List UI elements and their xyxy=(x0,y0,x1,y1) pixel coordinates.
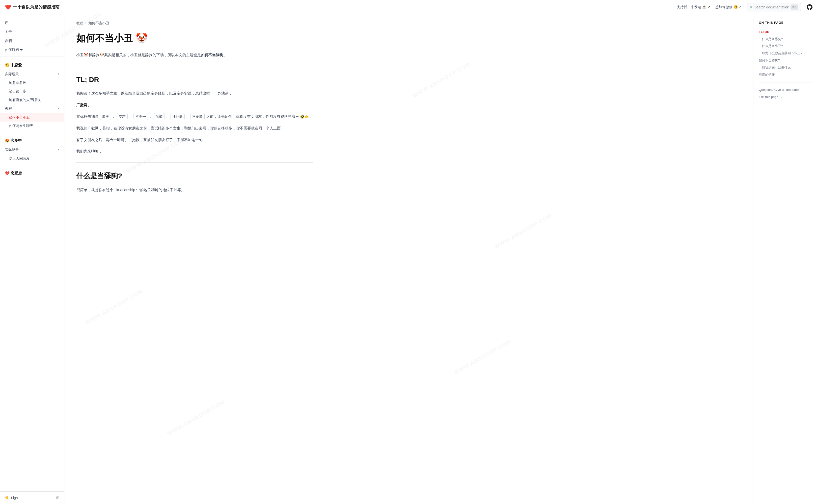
breadcrumb-parent[interactable]: 教程 xyxy=(76,20,83,26)
badge-biantai: 变态 xyxy=(117,113,127,120)
sidebar-item-statement[interactable]: 声明 xyxy=(0,36,64,45)
breadcrumb-current: 如何不当小丑 xyxy=(88,20,109,26)
toc-item-why[interactable]: 那为什么你会当舔狗 / 小丑？ xyxy=(762,50,813,57)
left-sidebar: 序 关于 声明 如何订阅 ❤ 😊 未恋爱 实际场景 ▾ 她忽冷忽热 迈出第一步 … xyxy=(0,14,64,504)
divider xyxy=(76,66,313,66)
sidebar-item-first-step[interactable]: 迈出第一步 xyxy=(0,87,64,95)
sidebar-item-xu[interactable]: 序 xyxy=(0,18,64,27)
badge-shenjingbing: 神经病 xyxy=(170,113,184,120)
search-icon xyxy=(750,5,752,9)
tldr-para2: 在你抨击我是 海王， 变态， 不专一， 煞笔， 神经病， 不要脸 之前，请先记住… xyxy=(76,113,313,120)
chevron-down-icon: ▾ xyxy=(58,106,59,111)
sidebar-item-subscribe[interactable]: 如何订阅 ❤ xyxy=(0,45,64,54)
sidebar-item-ghost[interactable]: 防止人间蒸发 xyxy=(0,154,64,163)
badge-haiwang: 海王 xyxy=(100,113,111,120)
clown-emoji: 🤡 xyxy=(136,31,147,46)
breadcrumb-separator: › xyxy=(85,20,86,26)
badge-buzhuanyi: 不专一 xyxy=(133,113,148,120)
page-title-text: 如何不当小丑 xyxy=(76,31,133,46)
toc-feedback-link[interactable]: Question? Give us feedback → xyxy=(759,86,813,94)
right-sidebar: On This Page TL; DR 什么是当舔狗? 什么是当小丑? 那为什么… xyxy=(754,14,818,504)
intro-bold: 如何不当舔狗。 xyxy=(201,53,227,57)
toc-edit-link[interactable]: Edit this page → xyxy=(759,94,813,101)
toc-item-how[interactable]: 如何不当舔狗? xyxy=(759,57,813,64)
main-layout: 序 关于 声明 如何订阅 ❤ 😊 未恋爱 实际场景 ▾ 她忽冷忽热 迈出第一步 … xyxy=(0,14,818,504)
logo-heart-icon: ❤️ xyxy=(5,3,11,11)
shegou-body: 很简单，就是你在这个 situationship 中的地位和她的地位不对等。 xyxy=(76,187,313,193)
toc-sub-group2: 那我到底可以做什么 xyxy=(759,64,813,71)
tldr-para5: 我们先来聊聊， xyxy=(76,148,313,154)
header-links: 支持我，来发电 ☕ ↗ 想加你微信 😊 ↗ ⌘K xyxy=(677,3,813,11)
toc-item-tldr[interactable]: TL; DR xyxy=(759,28,813,36)
badge-shabi: 煞笔 xyxy=(153,113,164,120)
shegou-heading: 什么是当舔狗? xyxy=(76,171,313,182)
header: ❤️ 一个自以为是的情感指南 支持我，来发电 ☕ ↗ 想加你微信 😊 ↗ ⌘K xyxy=(0,0,818,14)
site-logo[interactable]: ❤️ 一个自以为是的情感指南 xyxy=(5,3,59,11)
tldr-para3: 我说的广撒网，是指，在你没有女朋友之前，尝试结识多个女生，和她们出去玩，你的选择… xyxy=(76,125,313,131)
toggle-icon: ⊞ xyxy=(56,495,59,501)
toc-item-links[interactable]: 有用的链接 xyxy=(759,71,813,78)
search-input[interactable] xyxy=(754,5,789,9)
search-box[interactable]: ⌘K xyxy=(747,3,801,11)
sun-icon: ☀️ xyxy=(5,495,9,501)
toc-sub-group: 什么是当舔狗? 什么是当小丑? 那为什么你会当舔狗 / 小丑？ xyxy=(759,36,813,57)
page-title: 如何不当小丑 🤡 xyxy=(76,31,313,46)
sidebar-group-scenarios1[interactable]: 实际场景 ▾ xyxy=(0,70,64,78)
sidebar-item-no-clown[interactable]: 如何不当小丑 xyxy=(0,113,64,122)
svg-line-1 xyxy=(752,7,752,8)
main-content: 教程 › 如何不当小丑 如何不当小丑 🤡 小丑🤡和舔狗🐶其实是相关的，小丑就是舔… xyxy=(64,14,325,504)
wechat-link[interactable]: 想加你微信 😊 ↗ xyxy=(715,4,742,10)
chevron-down-icon: ▾ xyxy=(58,148,59,152)
toc-item-what-to-do[interactable]: 那我到底可以做什么 xyxy=(762,64,813,71)
tldr-after: 之前，请先记住，你都没有女朋友，你都没有资格当海王 🤣👉。 xyxy=(206,114,313,119)
search-shortcut: ⌘K xyxy=(791,4,798,10)
theme-toggle[interactable]: ☀️ Light ⊞ xyxy=(0,491,64,504)
tldr-before: 在你抨击我是 xyxy=(76,114,99,119)
sidebar-item-has-someone[interactable]: 她有喜欢的人/男朋友 xyxy=(0,96,64,104)
tldr-para4: 有了女朋友之后，再专一即可。（抱歉，要被我女朋友打了，不得不加这一句 xyxy=(76,137,313,143)
sidebar-group-scenarios2[interactable]: 实际场景 ▾ xyxy=(0,145,64,154)
tldr-advice: 广撒网。 xyxy=(76,102,313,108)
sidebar-group-tutorials[interactable]: 教程 ▾ xyxy=(0,104,64,113)
sidebar-section-dating: 😍 恋爱中 xyxy=(0,134,64,145)
divider2 xyxy=(76,162,313,163)
toc-title: On This Page xyxy=(759,20,813,25)
theme-text: Light xyxy=(11,495,19,501)
sidebar-section-single: 😊 未恋爱 xyxy=(0,59,64,70)
badge-buyaolian: 不要脸 xyxy=(190,113,204,120)
toc-item-shegou[interactable]: 什么是当舔狗? xyxy=(762,36,813,43)
sidebar-item-chat-girls[interactable]: 如何与女生聊天 xyxy=(0,122,64,130)
support-link[interactable]: 支持我，来发电 ☕ ↗ xyxy=(677,4,710,10)
site-title: 一个自以为是的情感指南 xyxy=(13,4,59,10)
tldr-advice-text: 广撒网。 xyxy=(76,103,91,107)
sidebar-item-about[interactable]: 关于 xyxy=(0,27,64,36)
tldr-para1: 我阅读了这么多知乎文章，以及结合我自己的亲身经历，以及亲身实践，总结出唯一一办法… xyxy=(76,90,313,97)
tldr-heading: TL; DR xyxy=(76,74,313,85)
breadcrumb: 教程 › 如何不当小丑 xyxy=(76,20,313,26)
toc-item-xiaochou[interactable]: 什么是当小丑? xyxy=(762,43,813,50)
github-icon[interactable] xyxy=(806,4,813,11)
sidebar-section-after: 💔 恋爱后 xyxy=(0,167,64,178)
sidebar-item-cold-hot[interactable]: 她忽冷忽热 xyxy=(0,78,64,87)
page-intro: 小丑🤡和舔狗🐶其实是相关的，小丑就是舔狗的下场，所以本文的主题也是如何不当舔狗。 xyxy=(76,52,313,58)
chevron-down-icon: ▾ xyxy=(58,72,59,76)
theme-label: ☀️ Light xyxy=(5,495,19,501)
